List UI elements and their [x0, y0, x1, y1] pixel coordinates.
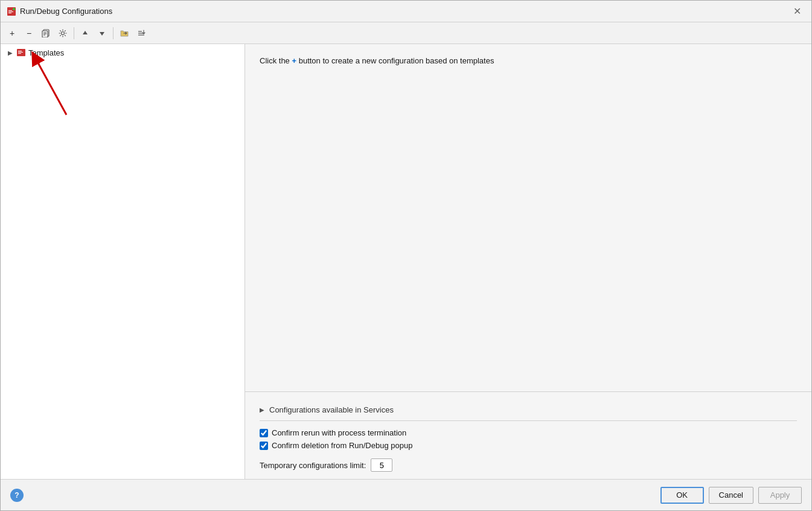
services-arrow-icon: ▶: [260, 407, 264, 413]
svg-rect-15: [18, 51, 22, 51]
plus-reference: +: [292, 56, 296, 65]
cancel-button[interactable]: Cancel: [709, 487, 753, 504]
templates-tree-item[interactable]: ▶ Templates: [1, 44, 245, 61]
checkbox-row-2: Confirm deletion from Run/Debug popup: [260, 441, 797, 450]
copy-button[interactable]: [38, 25, 54, 41]
toolbar-separator-1: [74, 27, 74, 39]
templates-icon: [16, 48, 26, 57]
add-button[interactable]: +: [4, 25, 20, 41]
title-bar: Run/Debug Configurations ✕: [1, 1, 811, 22]
svg-point-10: [62, 31, 65, 34]
apply-button[interactable]: Apply: [758, 487, 802, 504]
remove-button[interactable]: −: [21, 25, 37, 41]
folder-button[interactable]: [117, 25, 132, 41]
svg-point-4: [13, 8, 15, 10]
right-panel: Click the + button to create a new confi…: [245, 44, 811, 479]
temp-config-input[interactable]: [371, 458, 392, 472]
ok-button[interactable]: OK: [660, 487, 704, 504]
svg-rect-1: [8, 10, 12, 11]
svg-rect-2: [8, 11, 13, 12]
settings-button[interactable]: [55, 25, 71, 41]
checkbox-row-1: Confirm rerun with process termination: [260, 428, 797, 437]
services-label: Configurations available in Services: [269, 405, 394, 414]
svg-rect-3: [8, 13, 11, 13]
close-button[interactable]: ✕: [788, 3, 805, 20]
left-panel: ▶ Templates: [1, 44, 245, 479]
toolbar-separator-2: [113, 27, 113, 39]
confirm-rerun-label: Confirm rerun with process termination: [272, 428, 406, 437]
checkboxes-section: Confirm rerun with process termination C…: [260, 428, 797, 450]
sort-button[interactable]: [133, 25, 149, 41]
toolbar: + −: [1, 22, 811, 44]
confirm-rerun-checkbox[interactable]: [260, 429, 268, 437]
svg-rect-16: [18, 52, 23, 53]
svg-rect-17: [18, 53, 21, 54]
footer-left: ?: [10, 489, 656, 502]
tree-expand-arrow[interactable]: ▶: [5, 48, 15, 57]
templates-label: Templates: [28, 48, 64, 57]
confirm-deletion-label: Confirm deletion from Run/Debug popup: [272, 441, 412, 450]
right-top: Click the + button to create a new confi…: [245, 44, 811, 391]
hint-text: Click the + button to create a new confi…: [260, 56, 797, 65]
confirm-deletion-checkbox[interactable]: [260, 442, 268, 450]
right-bottom: ▶ Configurations available in Services C…: [245, 391, 811, 479]
temp-config-label: Temporary configurations limit:: [260, 461, 366, 470]
run-debug-dialog: Run/Debug Configurations ✕ + −: [0, 0, 812, 511]
dialog-title: Run/Debug Configurations: [20, 7, 788, 16]
dialog-icon: [7, 7, 16, 16]
move-up-button[interactable]: [77, 25, 93, 41]
footer: ? OK Cancel Apply: [1, 479, 811, 510]
help-button[interactable]: ?: [10, 489, 24, 502]
move-down-button[interactable]: [94, 25, 110, 41]
main-content: ▶ Templates Click the + button to create…: [1, 44, 811, 479]
temp-config-row: Temporary configurations limit:: [260, 458, 797, 472]
services-section: ▶ Configurations available in Services: [260, 399, 797, 421]
